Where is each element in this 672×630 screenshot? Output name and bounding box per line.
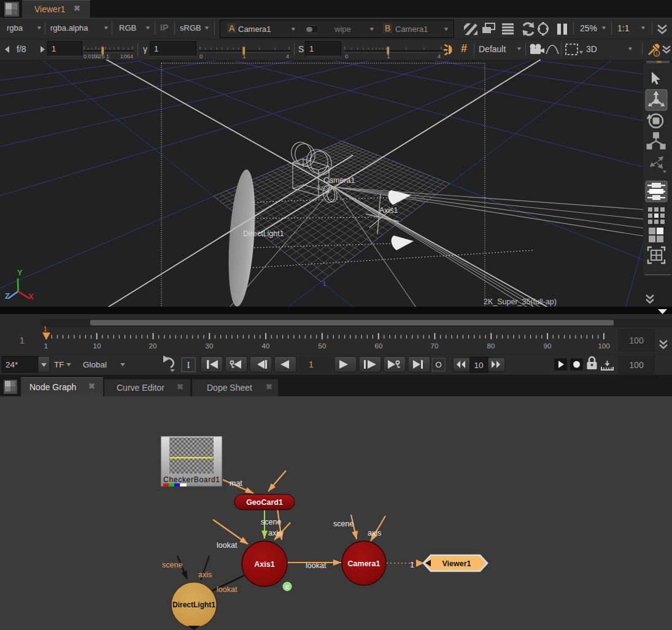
- svg-text:Axis1: Axis1: [254, 560, 274, 569]
- svg-text:GeoCard1: GeoCard1: [246, 498, 283, 507]
- svg-text:0.015625 1: 0.015625 1: [83, 53, 109, 59]
- svg-text:10: 10: [474, 361, 483, 370]
- svg-text:0: 0: [345, 53, 348, 59]
- svg-text:E: E: [285, 583, 289, 590]
- svg-text:Z: Z: [5, 291, 10, 301]
- svg-text:O: O: [435, 360, 441, 369]
- svg-text:1: 1: [20, 335, 25, 345]
- svg-text:0: 0: [199, 53, 203, 59]
- svg-text:1: 1: [323, 280, 326, 287]
- svg-text:X: X: [28, 292, 34, 301]
- svg-text:axis: axis: [198, 570, 212, 579]
- svg-text:1064: 1064: [120, 53, 133, 59]
- svg-text:1: 1: [44, 326, 47, 332]
- svg-text:Camera1: Camera1: [348, 559, 380, 568]
- svg-text:4: 4: [286, 53, 289, 59]
- svg-text:DirectLight1: DirectLight1: [172, 601, 215, 609]
- svg-text:60: 60: [375, 342, 383, 350]
- svg-text:70: 70: [431, 342, 439, 350]
- svg-text:CheckerBoard1: CheckerBoard1: [163, 475, 220, 484]
- svg-text:lookat: lookat: [217, 541, 238, 550]
- svg-text:4: 4: [438, 53, 441, 59]
- svg-text:10: 10: [93, 342, 101, 350]
- svg-text:30: 30: [206, 342, 214, 350]
- svg-text:I: I: [187, 361, 190, 370]
- svg-text:axis: axis: [268, 529, 282, 537]
- svg-text:scene: scene: [333, 520, 353, 528]
- svg-text:1: 1: [309, 359, 314, 369]
- svg-text:Camera1: Camera1: [323, 176, 355, 185]
- svg-text:100: 100: [629, 336, 644, 345]
- svg-text:24*: 24*: [6, 360, 18, 369]
- svg-text:mat: mat: [230, 479, 242, 488]
- svg-text:TF: TF: [54, 360, 64, 369]
- svg-text:1: 1: [387, 53, 390, 59]
- svg-text:90: 90: [544, 342, 552, 350]
- svg-text:i: i: [656, 51, 657, 56]
- svg-text:80: 80: [487, 342, 495, 350]
- svg-text:lookat: lookat: [217, 585, 238, 594]
- svg-text:Y: Y: [17, 268, 23, 277]
- svg-text:50: 50: [319, 342, 326, 350]
- svg-text:lookat: lookat: [306, 561, 326, 570]
- svg-text:20: 20: [149, 342, 157, 350]
- svg-text:100: 100: [629, 360, 644, 370]
- svg-text:axis: axis: [368, 529, 381, 537]
- svg-text:2K_Super_35(full-ap): 2K_Super_35(full-ap): [484, 298, 557, 306]
- svg-text:1: 1: [410, 561, 414, 569]
- svg-text:scene: scene: [162, 561, 182, 569]
- svg-text:100: 100: [598, 342, 609, 350]
- svg-text:40: 40: [262, 342, 270, 350]
- svg-text:DirectLight1: DirectLight1: [243, 229, 284, 238]
- svg-text:Axis1: Axis1: [379, 206, 398, 215]
- svg-text:scene: scene: [261, 518, 281, 526]
- svg-text:Global: Global: [83, 360, 107, 369]
- svg-text:Viewer1: Viewer1: [442, 559, 471, 568]
- svg-text:1: 1: [242, 53, 245, 59]
- svg-text:Axis1: Axis1: [317, 184, 332, 191]
- svg-text:1: 1: [44, 342, 48, 350]
